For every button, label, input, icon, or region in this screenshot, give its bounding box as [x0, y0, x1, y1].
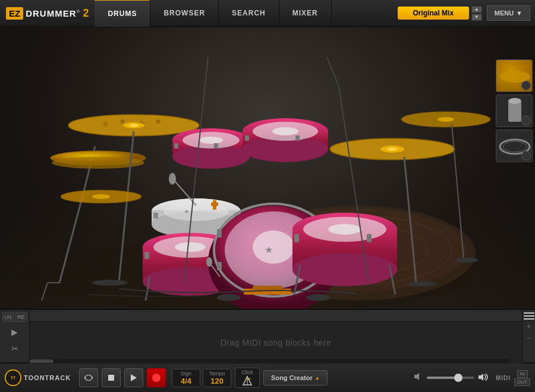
click-icon — [240, 375, 254, 386]
svg-point-75 — [328, 224, 361, 235]
scroll-thumb[interactable] — [30, 359, 54, 363]
svg-point-70 — [306, 294, 330, 301]
drag-hint: Drag MIDI song blocks here — [221, 338, 332, 347]
lane-menu-icon[interactable] — [524, 312, 534, 320]
svg-point-106 — [503, 141, 527, 152]
midi-in-button[interactable]: IN — [517, 370, 528, 378]
ez-badge: EZ — [6, 7, 23, 20]
midi-label: MIDI — [496, 375, 511, 381]
tab-mixer[interactable]: MIXER — [279, 0, 332, 27]
svg-point-88 — [438, 117, 454, 122]
svg-text:★: ★ — [265, 245, 273, 255]
drum-background: ★ ★ ★ ★ ★ — [0, 27, 535, 309]
time-signature-block[interactable]: Sign 4/4 — [172, 369, 200, 387]
volume-down-icon[interactable] — [414, 372, 423, 384]
sign-label: Sign — [177, 371, 195, 377]
svg-rect-109 — [108, 375, 114, 381]
svg-point-83 — [387, 147, 398, 151]
svg-rect-40 — [174, 143, 178, 148]
svg-marker-114 — [414, 373, 419, 380]
song-creator-arrow-icon: ▲ — [315, 375, 320, 381]
svg-rect-29 — [153, 213, 158, 219]
svg-rect-79 — [367, 234, 372, 242]
menu-button[interactable]: MENU ▼ — [487, 5, 530, 21]
app-title: DRUMMER® — [26, 8, 80, 18]
scissors-tool[interactable]: ✂ — [8, 342, 22, 355]
toontrack-label: TOONTRACK — [24, 374, 71, 381]
loop-button[interactable] — [79, 368, 98, 387]
top-navigation-bar: EZ DRUMMER® 2 DRUMS BROWSER SEARCH MIXER… — [0, 0, 535, 27]
click-label: Click — [241, 369, 253, 375]
tab-search[interactable]: SEARCH — [219, 0, 279, 27]
zoom-out-button[interactable]: − — [524, 333, 534, 343]
toontrack-circle-logo: TT — [5, 369, 21, 386]
lane-timeline: 1 2 3 4 5 6 7 8 9 10 11 12 Drag MIDI son… — [30, 310, 522, 362]
midi-out-button[interactable]: OUT — [514, 378, 530, 386]
tab-browser[interactable]: BROWSER — [150, 0, 219, 27]
tempo-label: Tempo — [208, 371, 226, 377]
in-out-controls: IN OUT — [514, 370, 530, 386]
svg-marker-115 — [479, 374, 483, 381]
svg-rect-56 — [144, 252, 149, 259]
song-creator-button[interactable]: Song Creator ▲ — [263, 370, 328, 385]
component-thumb-2[interactable] — [496, 94, 533, 127]
preset-up-arrow[interactable]: ▲ — [471, 6, 482, 13]
svg-rect-41 — [214, 143, 218, 148]
zoom-controls: + − — [522, 310, 535, 362]
component-thumb-1[interactable] — [496, 59, 533, 92]
menu-line-2 — [524, 315, 534, 317]
song-creator-label: Song Creator — [271, 374, 313, 381]
click-button[interactable]: Click — [235, 368, 260, 388]
preset-down-arrow[interactable]: ▼ — [471, 14, 482, 21]
svg-rect-101 — [213, 200, 216, 210]
svg-marker-110 — [131, 374, 137, 381]
select-tool[interactable]: ▶ — [8, 325, 22, 339]
preset-name[interactable]: Original Mix — [398, 7, 469, 20]
toontrack-logo: TT TOONTRACK — [5, 369, 71, 386]
svg-point-24 — [92, 194, 110, 199]
midi-lane: UN RE ▶ ✂ 1 2 3 4 5 6 7 8 9 10 11 12 — [0, 309, 535, 362]
svg-text:★: ★ — [155, 116, 162, 126]
svg-rect-92 — [253, 286, 282, 290]
preset-selector: Original Mix ▲ ▼ — [398, 6, 482, 21]
svg-point-73 — [292, 253, 397, 286]
tempo-block[interactable]: Tempo 120 — [203, 369, 231, 387]
svg-point-62 — [253, 230, 294, 264]
svg-point-94 — [169, 173, 176, 185]
zoom-in-button[interactable]: + — [524, 321, 534, 331]
tab-drums[interactable]: DRUMS — [95, 0, 150, 27]
svg-point-69 — [217, 294, 241, 301]
svg-line-98 — [327, 57, 339, 87]
play-button[interactable] — [124, 368, 143, 387]
stop-button[interactable] — [102, 368, 121, 387]
svg-point-85 — [407, 282, 437, 286]
menu-line-1 — [524, 312, 534, 314]
volume-up-icon[interactable] — [478, 371, 490, 385]
svg-point-21 — [92, 280, 128, 286]
sign-value: 4/4 — [177, 377, 195, 385]
sign-tempo-area: Sign 4/4 Tempo 120 — [172, 369, 231, 387]
menu-line-3 — [524, 318, 534, 320]
svg-text:★: ★ — [101, 119, 109, 129]
drum-kit-area[interactable]: ★ ★ ★ ★ ★ — [0, 27, 535, 309]
volume-slider[interactable] — [427, 377, 474, 379]
drum-kit-illustration: ★ ★ ★ ★ ★ — [0, 27, 493, 309]
timeline-content[interactable]: Drag MIDI song blocks here — [30, 322, 522, 363]
svg-point-102 — [499, 71, 530, 83]
logo-area: EZ DRUMMER® 2 — [0, 7, 95, 20]
svg-point-39 — [199, 137, 223, 144]
volume-thumb[interactable] — [454, 374, 462, 382]
redo-button[interactable]: RE — [15, 312, 27, 322]
lane-controls: UN RE ▶ ✂ — [0, 310, 30, 362]
record-button[interactable] — [147, 368, 166, 387]
transport-bar: TT TOONTRACK Sign 4/4 Tempo 120 Click — [0, 362, 535, 392]
component-thumb-3[interactable] — [496, 129, 533, 162]
svg-rect-47 — [245, 135, 249, 141]
horizontal-scrollbar[interactable] — [30, 359, 509, 363]
svg-point-90 — [455, 258, 479, 263]
app-version: 2 — [83, 7, 89, 20]
undo-button[interactable]: UN — [2, 312, 14, 322]
right-components-panel — [493, 57, 535, 165]
svg-point-105 — [500, 140, 530, 154]
svg-rect-67 — [217, 262, 222, 270]
